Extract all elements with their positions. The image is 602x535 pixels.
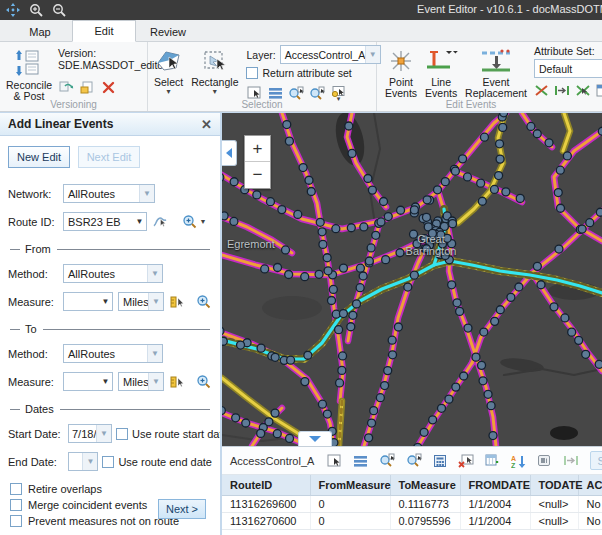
cell-tomeasure: 0.1116773 <box>390 496 460 513</box>
end-date-caret-icon[interactable]: ▼ <box>82 453 97 470</box>
event-replacement-button[interactable]: Event Replacement <box>465 45 527 99</box>
from-measure-label: Measure: <box>8 296 58 308</box>
from-unit-combo[interactable]: Miles ▼ <box>118 292 164 311</box>
table-select-icon[interactable] <box>327 453 342 469</box>
use-route-start-date-checkbox[interactable] <box>116 428 128 440</box>
to-method-combo[interactable]: AllRoutes ▼ <box>63 344 163 363</box>
collapse-table-button[interactable] <box>298 431 332 446</box>
cell-fromdate: 1/1/2004 <box>460 513 530 530</box>
table-zoom-to-selection-icon[interactable] <box>379 453 395 469</box>
zoom-in-icon[interactable] <box>28 2 44 18</box>
reconcile-post-icon <box>14 49 44 79</box>
col-frommeasure[interactable]: FromMeasure <box>310 475 390 496</box>
split-event-icon[interactable] <box>534 82 549 98</box>
to-measure-pick-icon[interactable] <box>169 374 185 390</box>
select-button[interactable]: Select ▾ <box>154 45 183 99</box>
clear-selection-icon[interactable] <box>458 453 474 469</box>
point-events-button[interactable]: Point Events <box>385 45 417 99</box>
col-fromdate[interactable]: FROMDATE <box>460 475 530 496</box>
merge-coincident-events-checkbox[interactable] <box>10 499 22 511</box>
start-date-value: 7/18/ <box>69 428 96 440</box>
next-button[interactable]: Next > <box>158 499 206 519</box>
next-edit-button[interactable]: Next Edit <box>78 146 140 168</box>
add-record-icon[interactable] <box>485 453 500 469</box>
rectangle-dropdown-caret[interactable]: ▾ <box>213 88 217 95</box>
cell-tomeasure: 0.0795596 <box>390 513 460 530</box>
new-version-icon[interactable] <box>79 79 95 95</box>
to-measure-caret-icon[interactable]: ▼ <box>99 377 112 386</box>
end-date-combo[interactable]: ▼ <box>68 452 98 471</box>
tab-review[interactable]: Review <box>136 22 200 41</box>
route-id-caret-icon[interactable]: ▼ <box>133 217 146 226</box>
table-row[interactable]: 11316270600 0 0.0795596 1/1/2004 <null> … <box>222 513 602 530</box>
from-measure-pick-icon[interactable] <box>169 294 185 310</box>
reconcile-post-button[interactable]: Reconcile & Post <box>6 46 52 99</box>
rectangle-button[interactable]: Rectangle ▾ <box>191 45 238 99</box>
new-edit-button[interactable]: New Edit <box>8 146 70 168</box>
collapse-panel-button[interactable] <box>222 140 237 166</box>
table-row[interactable]: 11316269600 0 0.1116773 1/1/2004 <null> … <box>222 496 602 513</box>
group-edit-events: Point Events Line Events <box>377 42 602 111</box>
network-caret-icon[interactable]: ▼ <box>139 185 154 202</box>
network-value: AllRoutes <box>64 188 139 200</box>
select-dropdown-caret[interactable]: ▾ <box>167 88 171 95</box>
cell-routeid: 11316270600 <box>222 513 310 530</box>
col-todate[interactable]: TODATE <box>530 475 578 496</box>
to-measure-combo[interactable]: ▼ <box>63 372 113 391</box>
map-zoom-out-button[interactable]: − <box>245 162 270 188</box>
from-measure-caret-icon[interactable]: ▼ <box>99 297 112 306</box>
zoom-out-icon[interactable] <box>51 2 67 18</box>
retire-overlaps-checkbox[interactable] <box>10 483 22 495</box>
delete-version-icon[interactable] <box>100 79 116 95</box>
layer-combo[interactable]: AccessControl_A ▼ <box>280 45 381 64</box>
chevron-left-icon <box>226 148 232 158</box>
cell-accesscontrol: No <box>578 496 602 513</box>
route-id-combo[interactable]: BSR23 EB ▼ <box>63 212 147 231</box>
save-button[interactable]: Save <box>590 451 602 470</box>
merge-events-icon[interactable] <box>575 82 591 98</box>
route-zoom-icon[interactable]: ▼ <box>181 214 207 230</box>
col-routeid[interactable]: RouteID <box>222 475 310 496</box>
to-unit-caret-icon[interactable]: ▼ <box>148 373 163 390</box>
event-attributes-window-icon[interactable] <box>596 82 602 98</box>
tab-map[interactable]: Map <box>8 22 72 41</box>
network-combo[interactable]: AllRoutes ▼ <box>63 184 155 203</box>
refresh-version-icon[interactable] <box>58 79 74 95</box>
col-tomeasure[interactable]: ToMeasure <box>390 475 460 496</box>
sort-icon[interactable]: AZ <box>511 453 526 469</box>
from-measure-combo[interactable]: ▼ <box>63 292 113 311</box>
route-zoom-caret-icon[interactable]: ▼ <box>200 218 207 225</box>
start-date-combo[interactable]: 7/18/ ▼ <box>68 424 112 443</box>
to-method-caret-icon[interactable]: ▼ <box>147 345 162 362</box>
from-method-caret-icon[interactable]: ▼ <box>147 265 162 282</box>
line-events-button[interactable]: Line Events <box>424 45 458 99</box>
layer-label: Layer: <box>246 49 275 61</box>
pan-icon[interactable] <box>5 2 21 18</box>
select-route-on-map-icon[interactable] <box>152 214 168 230</box>
tab-edit[interactable]: Edit <box>72 20 136 42</box>
return-attribute-set-checkbox[interactable] <box>246 67 258 79</box>
to-unit-combo[interactable]: Miles ▼ <box>118 372 164 391</box>
use-route-start-date-label: Use route start date <box>132 428 220 440</box>
field-calculator-icon[interactable] <box>433 453 447 469</box>
table-show-selected-icon[interactable] <box>353 453 368 469</box>
start-date-caret-icon[interactable]: ▼ <box>96 425 111 442</box>
to-zoom-icon[interactable] <box>196 374 212 390</box>
route-id-value: BSR23 EB <box>64 216 133 228</box>
from-zoom-icon[interactable] <box>196 294 212 310</box>
attribute-set-combo[interactable]: Default ▼ <box>534 59 602 78</box>
prevent-measures-checkbox[interactable] <box>10 515 22 527</box>
from-method-combo[interactable]: AllRoutes ▼ <box>63 264 163 283</box>
identify-popup-icon[interactable] <box>537 453 552 469</box>
map-zoom-in-button[interactable]: + <box>245 136 270 162</box>
offset-event-icon[interactable] <box>554 82 570 98</box>
use-route-end-date-checkbox[interactable] <box>102 456 114 468</box>
from-unit-caret-icon[interactable]: ▼ <box>148 293 163 310</box>
svg-text:A: A <box>511 454 516 461</box>
table-offset-icon[interactable] <box>563 453 579 469</box>
to-method-label: Method: <box>8 348 58 360</box>
attribute-set-label: Attribute Set: <box>534 45 602 57</box>
map-view[interactable]: Egremont GreatBarrington + − <box>222 113 602 446</box>
table-pan-to-selection-icon[interactable] <box>406 453 422 469</box>
panel-close-icon[interactable]: ✕ <box>201 117 212 132</box>
